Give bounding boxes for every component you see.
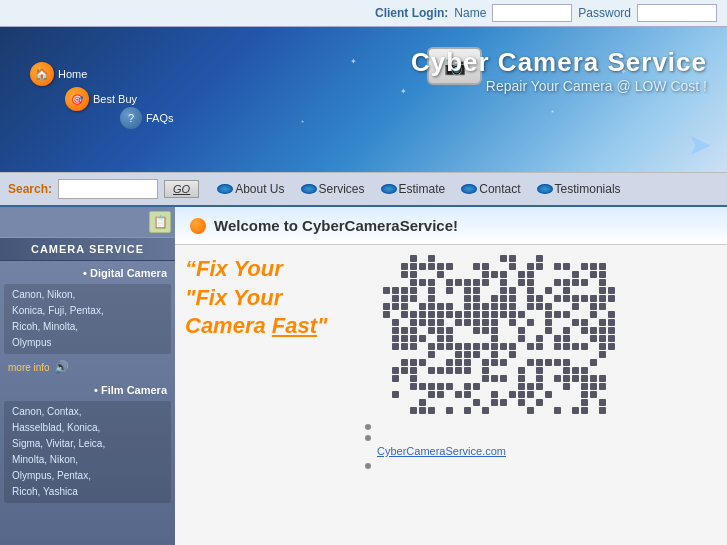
pixel-cell (401, 375, 408, 382)
pixel-cell (572, 343, 579, 350)
pixel-cell (455, 295, 462, 302)
cybercamera-link[interactable]: CyberCameraService.com (377, 445, 717, 457)
nav-eye-icon (537, 184, 553, 194)
pixel-cell (446, 367, 453, 374)
digital-more-info[interactable]: more info 🔊 (0, 356, 175, 378)
pixel-cell (446, 255, 453, 262)
password-input[interactable] (637, 4, 717, 22)
pixel-cell (392, 351, 399, 358)
pixel-cell (581, 407, 588, 414)
pixel-cell (401, 271, 408, 278)
pixel-cell (410, 287, 417, 294)
search-input[interactable] (58, 179, 158, 199)
pixel-cell (464, 295, 471, 302)
login-bar: Client Login: Name Password (0, 0, 727, 27)
pixel-cell (581, 335, 588, 342)
pixel-cell (563, 319, 570, 326)
pixel-cell (626, 311, 633, 318)
pixel-cell (464, 255, 471, 262)
pixel-cell (446, 359, 453, 366)
name-input[interactable] (492, 4, 572, 22)
pixel-cell (446, 311, 453, 318)
pixel-cell (482, 351, 489, 358)
pixel-cell (464, 343, 471, 350)
pixel-cell (473, 255, 480, 262)
digital-camera-brands: Canon, Nikon,Konica, Fuji, Pentax,Ricoh,… (4, 284, 171, 354)
pixel-cell (509, 319, 516, 326)
pixel-cell (419, 375, 426, 382)
nav-about-us[interactable]: About Us (209, 182, 292, 196)
services-link[interactable]: Services (319, 182, 365, 196)
film-camera-section-title: • Film Camera (0, 378, 175, 399)
pixel-cell (419, 263, 426, 270)
pixel-cell (473, 399, 480, 406)
pixel-cell (464, 263, 471, 270)
pixel-cell (626, 383, 633, 390)
bestbuy-icon[interactable]: 🎯 (65, 87, 89, 111)
contact-link[interactable]: Contact (479, 182, 520, 196)
faqs-label[interactable]: FAQs (146, 112, 174, 124)
pixel-cell (464, 303, 471, 310)
pixel-cell (482, 311, 489, 318)
pixel-cell (491, 311, 498, 318)
pixel-cell (608, 391, 615, 398)
pixel-cell (365, 279, 372, 286)
pixel-cell (446, 271, 453, 278)
more-info-label[interactable]: more info (8, 362, 50, 373)
pixel-cell (500, 391, 507, 398)
pixel-cell (563, 335, 570, 342)
pixel-cell (590, 287, 597, 294)
pixel-cell (455, 383, 462, 390)
pixel-cell (410, 399, 417, 406)
pixel-cell (491, 407, 498, 414)
pixel-cell (590, 359, 597, 366)
pixel-cell (446, 287, 453, 294)
nav-services[interactable]: Services (293, 182, 373, 196)
pixel-cell (554, 391, 561, 398)
bestbuy-label[interactable]: Best Buy (93, 93, 137, 105)
pixel-cell (626, 367, 633, 374)
pixel-cell (626, 327, 633, 334)
pixel-cell (581, 319, 588, 326)
pixel-cell (572, 287, 579, 294)
pixel-cell (608, 351, 615, 358)
pixel-cell (491, 327, 498, 334)
home-icon[interactable]: 🏠 (30, 62, 54, 86)
home-label[interactable]: Home (58, 68, 87, 80)
pixel-cell (491, 319, 498, 326)
nav-contact[interactable]: Contact (453, 182, 528, 196)
pixel-cell (374, 343, 381, 350)
pixel-cell (428, 375, 435, 382)
pixel-cell (482, 399, 489, 406)
pixel-cell (545, 319, 552, 326)
pixel-cell (383, 383, 390, 390)
pixel-cell (581, 271, 588, 278)
pixel-cell (446, 391, 453, 398)
pixel-cell (464, 351, 471, 358)
pixel-cell (590, 375, 597, 382)
pixel-cell (383, 319, 390, 326)
pixel-cell (590, 383, 597, 390)
pixel-cell (536, 263, 543, 270)
go-button[interactable]: GO (164, 180, 199, 198)
pixel-cell (545, 295, 552, 302)
pixel-cell (464, 399, 471, 406)
hero-title: Cyber Camera Service Repair Your Camera … (411, 47, 707, 94)
pixel-cell (365, 287, 372, 294)
pixel-cell (554, 319, 561, 326)
pixel-cell (464, 311, 471, 318)
about-us-link[interactable]: About Us (235, 182, 284, 196)
pixel-cell (536, 327, 543, 334)
pixel-cell (581, 383, 588, 390)
testimonials-link[interactable]: Testimonials (555, 182, 621, 196)
pixel-cell (419, 279, 426, 286)
nav-estimate[interactable]: Estimate (373, 182, 454, 196)
faqs-icon[interactable]: ? (120, 107, 142, 129)
pixel-cell (464, 367, 471, 374)
pixel-cell (527, 303, 534, 310)
pixel-cell (437, 383, 444, 390)
estimate-link[interactable]: Estimate (399, 182, 446, 196)
pixel-cell (572, 279, 579, 286)
nav-testimonials[interactable]: Testimonials (529, 182, 629, 196)
pixel-cell (527, 271, 534, 278)
